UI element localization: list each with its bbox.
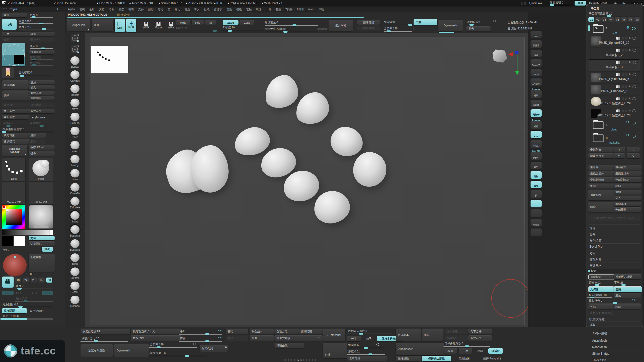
brush-item[interactable]: SnakeH xyxy=(65,141,85,153)
smooth-slider[interactable] xyxy=(179,334,222,335)
sub-proj-slider[interactable] xyxy=(149,356,207,356)
paste-button[interactable]: 粘贴 xyxy=(614,184,641,189)
menu-item[interactable]: 拾取 xyxy=(204,8,210,11)
view-tool-button[interactable]: 地网格 xyxy=(530,100,543,107)
polypaint-icon[interactable]: ✎ xyxy=(629,61,631,64)
menu-item[interactable]: Z脚本 xyxy=(297,8,304,11)
dynamesh-button[interactable]: Dynamesh xyxy=(114,344,149,357)
split-hidden-button[interactable]: 拆分隐藏 xyxy=(29,103,55,107)
delete-button[interactable]: 删除 xyxy=(226,335,248,341)
delete-hidden-button[interactable]: 删除隐藏 xyxy=(299,329,323,334)
clear-button[interactable]: 清除 xyxy=(29,133,46,138)
rotate-axis-button[interactable]: R 旋转轴 xyxy=(166,20,177,31)
delete-all-button[interactable]: 全部删除 xyxy=(614,207,641,212)
merge-visible-button[interactable]: 合并可见 xyxy=(468,335,492,341)
view-tool-button[interactable]: Dynamic 对称 xyxy=(530,119,543,129)
menu-item[interactable]: 笔触 xyxy=(246,8,252,11)
zremesher2-button[interactable]: ZRemesher xyxy=(396,343,444,355)
crop-button[interactable]: 裁剪 xyxy=(2,37,29,42)
list-all-button[interactable]: 全部列出 xyxy=(588,147,614,152)
subtool-item[interactable]: ✎ 基础素材2_2 xyxy=(588,48,640,60)
match-mesh-button[interactable]: 匹配网格 xyxy=(29,254,55,272)
brush-item[interactable]: BasicMa xyxy=(65,225,85,237)
duplicate-button[interactable]: 创建副本 xyxy=(588,190,614,200)
highlight-slider[interactable] xyxy=(1,318,53,320)
view-tool-button[interactable]: 子像素 xyxy=(530,40,543,48)
scroll-up-icon[interactable]: ▲ xyxy=(297,359,299,361)
menu-item[interactable]: 图层 xyxy=(148,8,153,11)
exact-curve-button[interactable]: 精确曲线 xyxy=(274,343,304,348)
auto-reorder-button[interactable]: 自动重排 xyxy=(614,165,641,170)
lazy-step-slider[interactable] xyxy=(2,126,26,126)
polish-button[interactable]: 抛光 xyxy=(466,26,491,31)
view-tab[interactable]: V8 xyxy=(634,17,640,22)
palette-item[interactable]: Slime Bridge xyxy=(592,350,642,357)
stroke-type-button[interactable]: + D ✎ xyxy=(71,34,79,42)
move-into-button[interactable]: ↳ xyxy=(627,153,640,158)
move-down-button[interactable]: ↓ xyxy=(627,147,640,152)
draw-button[interactable]: ┼ 绘 制 xyxy=(126,19,136,32)
view-tool-button[interactable] xyxy=(530,229,543,236)
height-slider[interactable] xyxy=(19,23,53,24)
view-tool-button[interactable] xyxy=(530,200,543,207)
duplicate-button[interactable]: 创建副本 xyxy=(396,329,421,341)
visibility-eye-icon[interactable] xyxy=(632,61,636,64)
menu-button[interactable]: 菜单 xyxy=(575,1,586,6)
palette-item[interactable]: Thick Skin xyxy=(592,357,642,362)
menu-item[interactable]: myui xyxy=(308,8,314,11)
zoom-preset-button[interactable]: 24 xyxy=(23,278,29,283)
view-tool-button[interactable]: 中心点 xyxy=(530,140,543,148)
subtool-item[interactable]: ✎ PM3D_Cube3D2_3 xyxy=(588,84,640,96)
switch-button[interactable]: 交替 xyxy=(29,236,55,240)
m-button[interactable]: M xyxy=(205,20,216,25)
mask-polygroup-slider[interactable] xyxy=(1,132,53,132)
outer-depth-slider[interactable] xyxy=(30,59,53,60)
eye-icon[interactable] xyxy=(632,27,636,30)
refresh-icon[interactable]: ↻ xyxy=(57,7,60,11)
flat-shadow-label[interactable]: 扁平化阴影 xyxy=(30,309,44,313)
visibility-eye-icon[interactable] xyxy=(632,49,636,52)
view-tab[interactable]: V2 xyxy=(595,17,601,22)
view-tool-button[interactable]: Dynamic 透视 xyxy=(530,88,543,98)
z-intensity-slider[interactable] xyxy=(223,31,263,31)
same1-button[interactable]: 相同 xyxy=(362,336,375,341)
view-tool-button[interactable]: 孤立 xyxy=(530,181,543,188)
split-hidden-button[interactable]: 拆分隐藏 xyxy=(445,329,468,334)
half2-button[interactable]: 一半 xyxy=(459,348,472,354)
delete-higher-button[interactable]: 删除高级 xyxy=(357,26,380,30)
zapplink-button[interactable]: ZAppLink xyxy=(67,19,90,31)
palette-item[interactable]: NanoMesh xyxy=(592,344,642,350)
delete2-button[interactable]: 删除 xyxy=(422,329,444,341)
view-tool-button[interactable]: Xpose xyxy=(530,219,543,227)
mirror-weld-button[interactable]: 镜像并焊接 x y z xyxy=(274,335,323,341)
project-history-button[interactable]: 投射历史模型 xyxy=(614,274,641,279)
same2-button[interactable]: 相同 xyxy=(474,348,487,354)
depth-shadow-button[interactable]: 深度阴影 xyxy=(2,308,27,313)
menu-item[interactable]: 模板 xyxy=(236,8,242,11)
menu-item[interactable]: 标记 xyxy=(175,8,180,11)
intensity-slider[interactable] xyxy=(15,289,53,289)
bevel-pro-item[interactable]: Bevel Pro xyxy=(589,243,640,248)
polypaint-icon[interactable]: ✎ xyxy=(629,109,631,112)
folder-name[interactable]: 人体 xyxy=(586,31,643,35)
half-button[interactable]: 一半 xyxy=(2,32,29,36)
group-polish-slider[interactable] xyxy=(347,348,385,348)
keep-groups2-button[interactable]: 保持多边形组 xyxy=(422,356,451,361)
bas-relief-item[interactable]: 投影浅浮雕 xyxy=(589,316,640,322)
view-tool-button[interactable]: BPR xyxy=(530,31,543,38)
merge-visible-button[interactable]: 合并可见 xyxy=(29,109,55,113)
farthest-button[interactable]: 最远 xyxy=(614,293,641,298)
menu-item[interactable]: 变换 xyxy=(275,8,281,11)
dynamesh-button[interactable]: Dynamesh xyxy=(438,20,463,31)
view-tab[interactable]: V4 xyxy=(608,17,614,22)
palette-item[interactable]: ArrayMesh xyxy=(592,337,642,344)
keep-crease-button[interactable]: 保持折边 xyxy=(396,356,421,361)
brush-thumbnail[interactable]: Inflat xyxy=(29,158,53,181)
restore-ui-button[interactable]: 恢复自定义 UI xyxy=(80,329,130,334)
brush-item[interactable]: Blinn xyxy=(65,253,85,265)
keep-polypaint-button[interactable]: 维持 Polypaint xyxy=(477,356,507,361)
mirror-button[interactable]: 镜像 xyxy=(250,335,274,341)
colorize-label[interactable]: 着色 xyxy=(3,248,9,252)
insert-button[interactable]: 插入 xyxy=(29,85,55,89)
gravity-slider[interactable] xyxy=(16,76,53,76)
